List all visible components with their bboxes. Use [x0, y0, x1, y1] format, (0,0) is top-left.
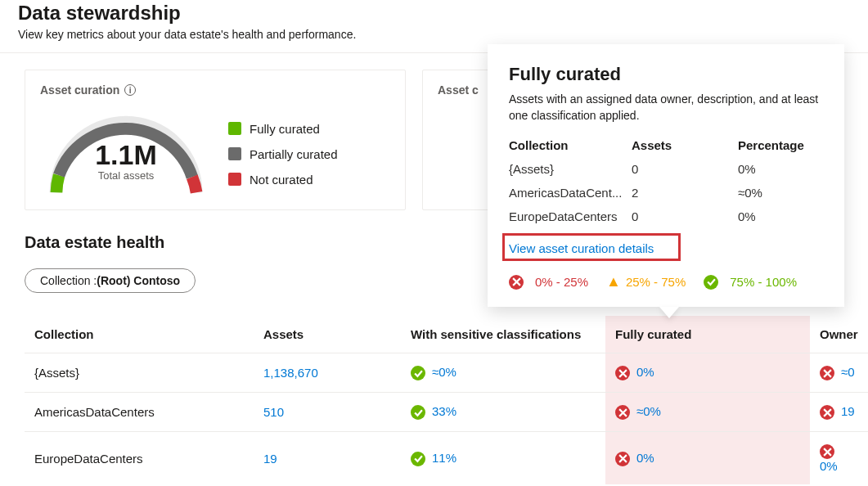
th-sensitive[interactable]: With sensitive classifications [401, 316, 605, 353]
fly-cell-assets: 0 [632, 209, 738, 223]
cell-owner[interactable]: ≈0 [810, 353, 868, 393]
cell-collection: {Assets} [25, 353, 254, 393]
flyout-description: Assets with an assigned data owner, desc… [509, 92, 823, 124]
cell-sensitive[interactable]: ≈0% [401, 353, 605, 393]
swatch-not-icon [228, 173, 241, 186]
pill-label: Collection : [40, 274, 97, 287]
cell-assets[interactable]: 1,138,670 [254, 353, 401, 393]
success-icon [411, 366, 425, 380]
flyout-title: Fully curated [509, 64, 823, 85]
table-row: EuropeDataCenters1911%0%0% [25, 432, 868, 485]
legend-partially: Partially curated [250, 147, 338, 161]
flyout-pointer-icon [659, 307, 679, 318]
flyout-row: EuropeDataCenters00% [509, 205, 823, 228]
gauge-value: 1.1M [40, 139, 212, 171]
fly-cell-assets: 0 [632, 162, 738, 176]
flyout-legend: 0% - 25% ▲25% - 75% 75% - 100% [509, 273, 823, 290]
fly-th-assets: Assets [632, 138, 738, 152]
th-assets[interactable]: Assets [254, 316, 401, 353]
success-icon [411, 405, 425, 420]
asset-curation-gauge: 1.1M Total assets [40, 105, 212, 203]
cell-collection: AmericasDataCenters [25, 393, 254, 432]
fully-curated-flyout: Fully curated Assets with an assigned da… [488, 44, 844, 307]
view-asset-curation-details-link[interactable]: View asset curation details [509, 241, 654, 255]
fly-cell-percentage: 0% [738, 209, 823, 223]
legend-low: 0% - 25% [535, 275, 588, 289]
success-icon [411, 452, 425, 466]
error-icon [820, 366, 834, 380]
error-icon [820, 405, 834, 420]
card2-title: Asset c [438, 83, 479, 97]
cell-sensitive[interactable]: 11% [401, 432, 605, 485]
legend-high: 75% - 100% [730, 275, 797, 289]
th-fully-curated[interactable]: Fully curated [605, 316, 810, 353]
cell-fully-curated[interactable]: ≈0% [605, 393, 810, 432]
table-row: AmericasDataCenters51033%≈0%19 [25, 393, 868, 432]
fly-cell-collection: {Assets} [509, 162, 632, 176]
cell-fully-curated[interactable]: 0% [605, 353, 810, 393]
cell-owner[interactable]: 0% [810, 432, 868, 485]
cell-owner[interactable]: 19 [810, 393, 868, 432]
warning-icon: ▲ [606, 273, 621, 290]
th-owner[interactable]: Owner [810, 316, 868, 353]
fly-cell-collection: AmericasDataCent... [509, 186, 632, 200]
fly-cell-percentage: 0% [738, 162, 823, 176]
fly-th-collection: Collection [509, 138, 632, 152]
cell-assets[interactable]: 510 [254, 393, 401, 432]
asset-curation-card: Asset curation i 1.1M Total assets Fully… [25, 70, 406, 210]
error-icon [820, 444, 834, 459]
error-icon [509, 275, 524, 290]
error-icon [615, 366, 630, 380]
cell-collection: EuropeDataCenters [25, 432, 254, 485]
legend-mid: 25% - 75% [626, 275, 686, 289]
fly-cell-assets: 2 [632, 186, 738, 200]
success-icon [704, 275, 718, 290]
flyout-row: AmericasDataCent...2≈0% [509, 181, 823, 205]
error-icon [615, 452, 630, 466]
fly-th-percentage: Percentage [738, 138, 823, 152]
table-row: {Assets}1,138,670≈0%0%≈0 [25, 353, 868, 393]
flyout-row: {Assets}00% [509, 157, 823, 181]
cell-assets[interactable]: 19 [254, 432, 401, 485]
pill-value: (Root) Contoso [97, 274, 180, 287]
swatch-fully-icon [228, 122, 241, 135]
swatch-partially-icon [228, 147, 241, 160]
cell-sensitive[interactable]: 33% [401, 393, 605, 432]
fly-cell-percentage: ≈0% [738, 186, 823, 200]
legend-fully: Fully curated [250, 122, 320, 136]
gauge-label: Total assets [40, 169, 212, 182]
page-title: Data stewardship [0, 0, 868, 25]
card-title-text: Asset curation [40, 83, 119, 97]
legend-not: Not curated [250, 173, 313, 187]
gauge-legend: Fully curated Partially curated Not cura… [228, 122, 338, 187]
fly-cell-collection: EuropeDataCenters [509, 209, 632, 223]
th-collection[interactable]: Collection [25, 316, 254, 353]
health-table: Collection Assets With sensitive classif… [25, 316, 868, 484]
info-icon[interactable]: i [124, 84, 136, 96]
error-icon [615, 405, 630, 420]
cell-fully-curated[interactable]: 0% [605, 432, 810, 485]
collection-filter-pill[interactable]: Collection : (Root) Contoso [25, 268, 196, 293]
